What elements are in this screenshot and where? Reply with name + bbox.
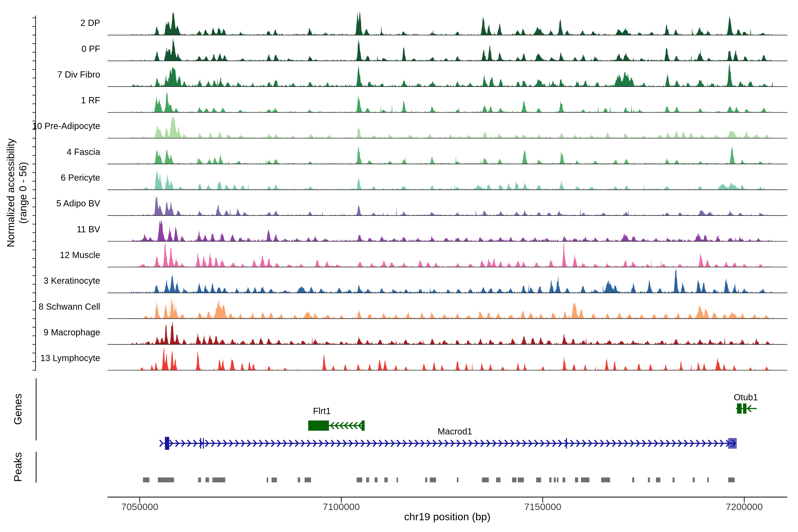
track-label: 2 DP	[0, 18, 100, 28]
gene-label-otub1: Otub1	[734, 392, 758, 402]
peak-interval	[212, 477, 225, 482]
peak-interval	[575, 477, 578, 482]
peak-interval	[271, 477, 277, 482]
peak-interval	[457, 477, 458, 482]
peak-interval	[384, 477, 388, 482]
peak-interval	[512, 477, 516, 482]
y-axis-label: Normalized accessibility (range 0 - 56)	[5, 138, 29, 247]
x-axis-tick-label: 7100000	[323, 501, 360, 512]
peak-interval	[357, 477, 362, 482]
peak-interval	[206, 477, 209, 482]
peak-interval	[554, 477, 556, 482]
peak-interval	[267, 477, 268, 482]
peak-interval	[298, 477, 300, 482]
peak-interval	[375, 477, 378, 482]
peak-interval	[158, 477, 174, 482]
track-label: 1 RF	[0, 95, 100, 105]
track-label: 9 Macrophage	[0, 327, 100, 337]
peak-interval	[305, 477, 311, 482]
peak-interval	[397, 477, 398, 482]
peak-interval	[425, 477, 427, 482]
y-axis-label-line2: (range 0 - 56)	[17, 138, 29, 247]
peak-interval	[648, 477, 650, 482]
track-label: 12 Muscle	[0, 250, 100, 260]
x-axis-tick-label: 7150000	[524, 501, 561, 512]
peak-interval	[707, 477, 709, 482]
y-axis-label-line1: Normalized accessibility	[5, 138, 17, 247]
genes-section-label: Genes	[12, 394, 24, 425]
peak-interval	[198, 477, 201, 482]
peak-interval	[143, 477, 149, 482]
peaks-section-label: Peaks	[12, 452, 24, 482]
peak-interval	[581, 477, 589, 482]
peak-interval	[632, 477, 634, 482]
peak-interval	[430, 477, 436, 482]
peak-interval	[601, 477, 610, 482]
peak-interval	[728, 477, 735, 482]
gene-label-flrt1: Flrt1	[313, 406, 331, 416]
peak-interval	[482, 477, 489, 482]
track-label: 10 Pre-Adipocyte	[0, 121, 100, 131]
gene-label-macrod1: Macrod1	[438, 426, 472, 436]
track-label: 7 Div Fibro	[0, 70, 100, 80]
track-label: 8 Schwann Cell	[0, 302, 100, 312]
peak-interval	[549, 477, 552, 482]
peak-interval	[536, 477, 541, 482]
coverage-plot-figure: 2 DP0 PF7 Div Fibro1 RF10 Pre-Adipocyte4…	[0, 0, 798, 532]
track-label: 0 PF	[0, 44, 100, 54]
x-axis-tick-label: 7200000	[726, 501, 763, 512]
x-axis-tick-label: 7050000	[121, 501, 158, 512]
peak-interval	[518, 477, 524, 482]
peak-interval	[693, 477, 695, 482]
peak-interval	[496, 477, 500, 482]
x-axis-title: chr19 position (bp)	[404, 511, 490, 523]
track-label: 3 Keratinocyte	[0, 276, 100, 286]
accessibility-tracks-canvas	[0, 0, 798, 532]
peak-interval	[563, 477, 566, 482]
track-label: 13 Lymphocyte	[0, 353, 100, 363]
peak-interval	[557, 477, 558, 482]
peak-interval	[672, 477, 674, 482]
peak-interval	[656, 477, 660, 482]
peak-interval	[366, 477, 369, 482]
